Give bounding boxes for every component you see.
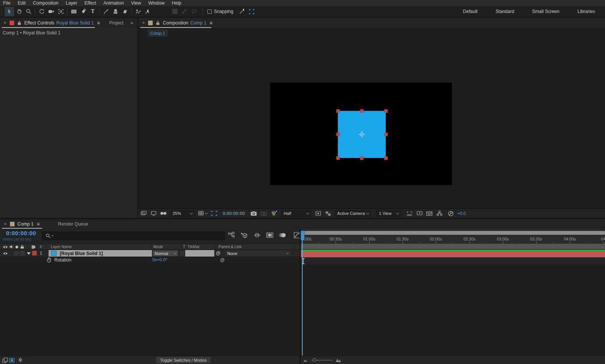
magnification-dropdown[interactable]: 25%: [170, 210, 195, 217]
current-time-display[interactable]: 0:00:00:00: [6, 230, 36, 236]
zoom-tool[interactable]: [24, 7, 33, 16]
snapping-checkbox[interactable]: [207, 10, 212, 14]
menu-window[interactable]: Window: [148, 0, 165, 6]
fast-previews-icon[interactable]: [416, 210, 423, 217]
layer-row[interactable]: 1 [Royal Blue Solid 1] Normal @ None: [0, 250, 300, 257]
layer-label-color[interactable]: [32, 251, 37, 255]
grid-guides-icon[interactable]: [198, 210, 207, 217]
rotation-property-row[interactable]: Rotation 0x+0.0° @: [0, 257, 300, 263]
menu-effect[interactable]: Effect: [85, 0, 96, 6]
selection-tool[interactable]: [5, 7, 14, 16]
channels-icon[interactable]: [270, 210, 278, 217]
workspace-default[interactable]: Default: [463, 9, 478, 14]
draft-3d-icon[interactable]: [241, 232, 248, 239]
layer-name[interactable]: [Royal Blue Solid 1]: [60, 251, 103, 256]
layer-switch-cell[interactable]: [20, 251, 25, 256]
snapshot-icon[interactable]: [250, 210, 257, 217]
timeline-panel-icon[interactable]: [426, 210, 433, 217]
puppet-pin-tool[interactable]: [143, 7, 152, 16]
time-navigator-bar[interactable]: [301, 231, 605, 235]
timeline-tab-comp1[interactable]: Comp 1: [18, 221, 34, 227]
composition-tab-label[interactable]: Composition: [163, 20, 189, 26]
property-pick-whip-icon[interactable]: @: [220, 257, 225, 263]
primary-viewer-icon[interactable]: [150, 210, 157, 217]
menu-layer[interactable]: Layer: [66, 0, 77, 6]
orbit-camera-tool[interactable]: [37, 7, 46, 16]
effect-controls-tab-target[interactable]: Royal Blue Solid 1: [56, 20, 94, 26]
reset-exposure-icon[interactable]: [447, 210, 454, 217]
viewer-timecode[interactable]: 0:00:00:00: [223, 211, 245, 216]
anchor-point-icon[interactable]: [359, 131, 365, 138]
lock-icon[interactable]: [156, 21, 160, 25]
stopwatch-icon[interactable]: [46, 257, 52, 263]
layer-expander-icon[interactable]: [27, 252, 31, 255]
share-view-icon[interactable]: [406, 210, 413, 217]
exposure-value[interactable]: +0.0: [457, 211, 466, 216]
menu-view[interactable]: View: [131, 0, 141, 6]
close-icon[interactable]: ×: [4, 221, 7, 227]
track-camera-tool[interactable]: [46, 7, 56, 16]
time-ruler[interactable]: :00s 00:30s 01:00s 01:30s 02:00s 02:30s …: [301, 229, 605, 244]
zoom-out-frames-icon[interactable]: [303, 359, 308, 362]
preserve-transparency-cell[interactable]: [180, 251, 184, 256]
selection-handle[interactable]: [336, 156, 340, 160]
zoom-in-frames-icon[interactable]: [335, 358, 341, 362]
composition-tab-target[interactable]: Comp 1: [190, 20, 206, 26]
view-layout-dropdown[interactable]: 1 View: [376, 210, 401, 217]
rectangle-tool[interactable]: [69, 7, 78, 16]
workspace-standard[interactable]: Standard: [496, 9, 514, 14]
layer-switches-pane-icon[interactable]: [2, 358, 8, 363]
layer-name-cell[interactable]: [Royal Blue Solid 1]: [49, 250, 152, 257]
index-column-header[interactable]: #: [40, 245, 42, 249]
snapping-toggle[interactable]: Snapping: [207, 9, 233, 14]
viewer-tab-comp1[interactable]: Comp 1: [147, 29, 168, 37]
panel-menu-icon[interactable]: ≡: [37, 221, 40, 227]
selection-handle[interactable]: [360, 156, 364, 160]
type-tool[interactable]: T: [88, 7, 98, 16]
search-options-caret[interactable]: [51, 234, 54, 236]
close-icon[interactable]: ×: [142, 20, 145, 26]
work-area-bar[interactable]: [301, 244, 605, 249]
brush-tool[interactable]: [101, 7, 111, 16]
timeline-zoom-slider-knob[interactable]: [313, 358, 316, 362]
selection-handle[interactable]: [384, 133, 388, 136]
lock-icon[interactable]: [17, 21, 21, 25]
selection-handle[interactable]: [384, 156, 388, 160]
rotation-value[interactable]: 0x+0.0°: [152, 257, 167, 262]
hide-shy-layers-icon[interactable]: [253, 232, 261, 239]
menu-animation[interactable]: Animation: [103, 0, 124, 6]
menu-help[interactable]: Help: [172, 0, 181, 6]
roto-brush-tool[interactable]: [133, 7, 143, 16]
region-of-interest-icon[interactable]: [210, 210, 217, 217]
menu-composition[interactable]: Composition: [33, 0, 59, 6]
close-icon[interactable]: ×: [3, 20, 7, 26]
in-out-panes-icon[interactable]: [18, 357, 23, 363]
mask-visibility-icon[interactable]: [247, 7, 256, 16]
playhead-handle[interactable]: [301, 231, 305, 240]
layer-visibility-eye-icon[interactable]: [3, 252, 8, 255]
transparency-grid-icon[interactable]: [325, 210, 331, 217]
selection-handle[interactable]: [360, 109, 364, 113]
hand-tool[interactable]: [14, 7, 24, 16]
3d-glasses-icon[interactable]: [160, 210, 167, 217]
always-preview-icon[interactable]: [140, 210, 147, 217]
workspace-libraries[interactable]: Libraries: [577, 9, 595, 14]
toggle-switches-modes-button[interactable]: Toggle Switches / Modes: [156, 357, 210, 363]
blend-mode-dropdown[interactable]: Normal: [153, 250, 178, 256]
transfer-controls-pane-icon[interactable]: [9, 358, 15, 363]
selection-handle[interactable]: [384, 109, 388, 113]
panel-menu-icon[interactable]: ≡: [209, 20, 212, 26]
workspace-small-screen[interactable]: Small Screen: [532, 9, 559, 14]
selection-handle[interactable]: [336, 109, 340, 113]
eraser-tool[interactable]: [120, 7, 130, 16]
target-region-icon[interactable]: [315, 210, 321, 217]
pan-behind-tool[interactable]: [56, 7, 65, 16]
motion-blur-icon[interactable]: [279, 232, 286, 239]
parent-dropdown[interactable]: None: [225, 250, 291, 256]
show-snapshot-icon[interactable]: [260, 210, 267, 217]
frame-blending-icon[interactable]: [266, 232, 274, 239]
render-queue-tab[interactable]: Render Queue: [58, 221, 88, 227]
layer-switch-cell[interactable]: [14, 251, 19, 256]
view-dropdown[interactable]: Active Camera: [334, 210, 372, 217]
clone-stamp-tool[interactable]: [111, 7, 120, 16]
